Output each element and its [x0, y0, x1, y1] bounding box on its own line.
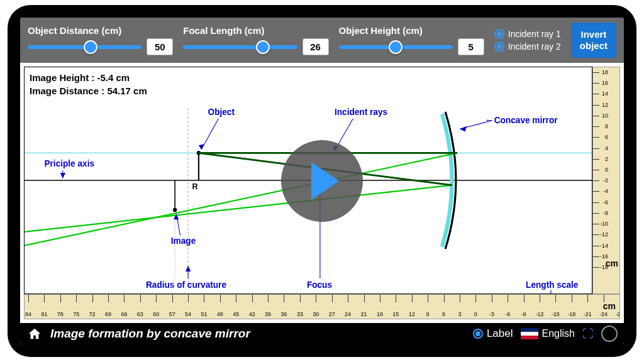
hruler-tick: 30: [313, 311, 319, 317]
vruler-tick: 10: [602, 112, 608, 119]
vruler-tick: 12: [602, 102, 608, 108]
hruler-tick: 36: [280, 311, 287, 317]
hruler-unit: cm: [603, 301, 616, 311]
hruler-tick: -12: [535, 311, 543, 317]
svg-text:Length scale: Length scale: [526, 280, 579, 290]
svg-text:Image: Image: [171, 236, 196, 246]
hruler-tick: 0: [474, 311, 477, 317]
hruler-tick: 60: [153, 311, 159, 317]
hruler-tick: 75: [73, 311, 79, 317]
hruler-tick: 33: [297, 311, 303, 317]
hruler-tick: 66: [121, 311, 127, 317]
object-distance-label: Object Distance (cm): [28, 25, 173, 36]
play-button[interactable]: [281, 140, 363, 222]
vruler-tick: -4: [603, 188, 608, 194]
hruler-tick: 6: [442, 311, 445, 317]
vruler-tick: 16: [602, 80, 608, 86]
fullscreen-icon[interactable]: ⛶: [582, 327, 594, 341]
focal-length-value[interactable]: 26: [303, 38, 329, 55]
object-height-value[interactable]: 5: [458, 38, 484, 55]
hruler-tick: 18: [377, 311, 383, 317]
hruler-tick: 69: [105, 311, 111, 317]
object-height-label: Object Height (cm): [339, 25, 484, 36]
hruler-tick: 42: [249, 311, 255, 317]
svg-marker-23: [460, 126, 466, 132]
object-distance-value[interactable]: 50: [147, 38, 173, 55]
incident-ray-2-radio[interactable]: Incident ray 2: [494, 41, 561, 52]
hruler-tick: 78: [57, 311, 64, 317]
home-icon[interactable]: [26, 326, 43, 342]
hruler-tick: -3: [489, 311, 494, 317]
play-icon: [311, 162, 339, 200]
hruler-tick: 12: [409, 311, 415, 317]
svg-text:Priciple axis: Priciple axis: [44, 158, 94, 168]
controls-bar: Object Distance (cm) 50 Focal Length (cm…: [20, 18, 624, 63]
vruler-tick: -2: [603, 177, 608, 184]
vruler-tick: -8: [603, 210, 608, 216]
svg-line-11: [25, 185, 452, 232]
hruler-tick: 45: [233, 311, 239, 317]
hruler-tick: 9: [426, 311, 430, 317]
hruler-tick: 3: [458, 311, 461, 317]
hruler-tick: 27: [329, 311, 335, 317]
vruler-tick: -18: [600, 264, 608, 270]
vruler-tick: 4: [605, 145, 608, 151]
hruler-tick: 72: [89, 311, 96, 317]
hruler-tick: 15: [392, 311, 399, 317]
hruler-tick: 48: [217, 311, 223, 317]
svg-text:Incident rays: Incident rays: [335, 107, 387, 117]
hruler-tick: -24: [599, 311, 608, 317]
invert-object-button[interactable]: Invert object: [571, 23, 616, 58]
uk-flag-icon: [521, 328, 538, 339]
vruler-tick: -14: [600, 243, 608, 249]
language-selector[interactable]: English: [521, 328, 575, 339]
horizontal-ruler: cm 8481787572696663605754514845423936333…: [24, 294, 620, 319]
hruler-tick: 51: [201, 311, 207, 317]
svg-point-7: [173, 208, 177, 212]
vruler-tick: 6: [605, 134, 608, 140]
object-distance-slider[interactable]: [28, 45, 142, 49]
label-toggle-text: Label: [487, 327, 513, 340]
bottom-bar: Image formation by concave mirror Label …: [20, 323, 624, 344]
svg-marker-33: [186, 266, 191, 272]
svg-text:Object: Object: [208, 107, 235, 117]
hruler-tick: -27: [615, 311, 620, 317]
incident-ray-1-radio[interactable]: Incident ray 1: [494, 29, 561, 39]
vruler-tick: -12: [600, 231, 608, 238]
brand-logo-icon[interactable]: [601, 326, 618, 342]
incident-ray-2-label: Incident ray 2: [508, 41, 561, 52]
svg-text:R: R: [192, 182, 197, 191]
hruler-tick: 54: [185, 311, 191, 317]
incident-ray-1-label: Incident ray 1: [508, 29, 561, 39]
svg-text:←: ←: [485, 114, 494, 125]
svg-line-16: [201, 119, 218, 150]
vruler-tick: -10: [600, 221, 608, 227]
vruler-tick: -16: [600, 253, 608, 260]
language-text: English: [542, 328, 575, 339]
svg-text:Focus: Focus: [307, 280, 332, 290]
vruler-tick: -6: [603, 199, 608, 206]
svg-text:Radius of curvature: Radius of curvature: [146, 280, 226, 290]
hruler-tick: -9: [521, 311, 526, 317]
svg-marker-27: [60, 173, 65, 178]
hruler-tick: -18: [567, 311, 575, 317]
vruler-tick: 14: [602, 90, 608, 97]
hruler-tick: 63: [137, 311, 143, 317]
hruler-tick: 81: [41, 311, 47, 317]
object-height-slider[interactable]: [339, 45, 453, 49]
focal-length-slider[interactable]: [183, 45, 297, 49]
hruler-tick: 39: [265, 311, 271, 317]
vruler-tick: 0: [605, 167, 608, 173]
hruler-tick: -15: [552, 311, 560, 317]
hruler-tick: 57: [169, 311, 175, 317]
page-title: Image formation by concave mirror: [50, 327, 465, 341]
hruler-tick: 84: [25, 311, 31, 317]
svg-text:Concave mirror: Concave mirror: [494, 115, 558, 125]
vruler-tick: 2: [605, 156, 608, 162]
vruler-tick: 18: [602, 69, 608, 75]
hruler-tick: -6: [505, 311, 510, 317]
vertical-ruler: cm 181614121086420-2-4-6-8-10-12-14-16-1…: [592, 67, 620, 294]
label-toggle[interactable]: Label: [473, 327, 513, 340]
hruler-tick: -21: [584, 311, 592, 317]
hruler-tick: 21: [360, 311, 367, 317]
